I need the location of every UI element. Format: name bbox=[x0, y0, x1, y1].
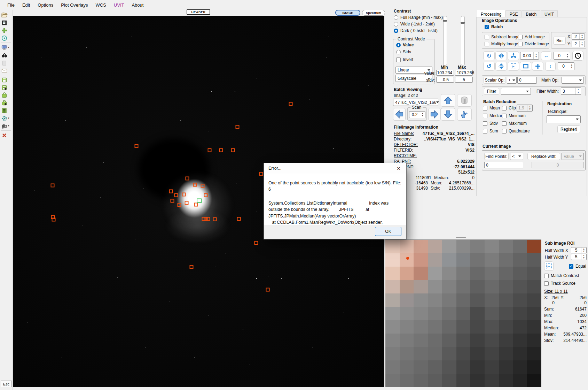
stdv-min-field[interactable]: -0.5 bbox=[436, 77, 454, 83]
image-window-icon[interactable] bbox=[0, 19, 12, 26]
rectangle-select-button[interactable] bbox=[520, 62, 531, 71]
open-folder-icon[interactable] bbox=[0, 11, 12, 19]
comparator-select[interactable]: < bbox=[510, 153, 523, 160]
disc-clock-icon[interactable] bbox=[0, 34, 12, 42]
subtract-image-checkbox[interactable]: Subtract Image bbox=[485, 35, 519, 39]
close-icon[interactable]: ✕ bbox=[392, 164, 405, 173]
radio-wide[interactable]: Wide (-1std - 2std) bbox=[394, 22, 435, 26]
camera-machine-icon[interactable]: ▾ bbox=[0, 122, 12, 130]
header-button[interactable]: HEADER bbox=[187, 9, 210, 15]
menu-plot-overlays[interactable]: Plot Overlays bbox=[57, 1, 92, 9]
rotate-angle-stepper[interactable]: 0.00 bbox=[520, 52, 539, 60]
radio-stdv[interactable]: Stdv bbox=[396, 49, 411, 54]
timer-clock-button[interactable] bbox=[572, 51, 583, 61]
technique-select[interactable] bbox=[547, 115, 581, 123]
max-contrast-slider[interactable] bbox=[461, 16, 465, 66]
shift-x-arrows-button[interactable]: ↔ bbox=[541, 51, 551, 60]
filter-width-stepper[interactable]: 3 bbox=[561, 87, 581, 95]
value-min-field[interactable]: -103.234 bbox=[436, 70, 454, 76]
find-binoculars-icon[interactable] bbox=[0, 51, 12, 59]
open-envelope-icon[interactable] bbox=[0, 67, 12, 74]
tab-spectrum[interactable]: Spectrum bbox=[362, 10, 385, 16]
add-plus-icon[interactable] bbox=[0, 26, 12, 34]
replace-with-button[interactable]: Replace with: bbox=[527, 153, 560, 160]
crosshair-button[interactable] bbox=[532, 62, 543, 71]
menu-edit[interactable]: Edit bbox=[18, 1, 34, 9]
radio-full-range[interactable]: Full Range (min - max) bbox=[394, 15, 443, 20]
find-points-button[interactable]: Find Points: bbox=[484, 153, 509, 160]
shift-x-stepper[interactable]: 0 bbox=[554, 52, 570, 60]
shift-y-stepper[interactable]: 0 bbox=[558, 62, 574, 70]
display-monitor-icon[interactable]: ▾ bbox=[0, 44, 12, 51]
previous-image-button[interactable] bbox=[393, 108, 406, 121]
rotate-ccw-button[interactable]: ↺ bbox=[483, 62, 495, 71]
image-up-button[interactable] bbox=[441, 94, 455, 107]
flip-vertical-button[interactable] bbox=[495, 62, 507, 71]
rotate-angle-button[interactable] bbox=[508, 51, 519, 60]
error-dialog-titlebar[interactable]: Error... ✕ bbox=[264, 163, 406, 174]
find-value-field[interactable]: 0 bbox=[484, 162, 523, 168]
save-bag-as-icon[interactable] bbox=[0, 99, 12, 107]
add-image-checkbox[interactable]: Add Image bbox=[518, 35, 545, 39]
scalar-op-button[interactable]: Scalar Op: bbox=[484, 77, 506, 84]
sub-image-pixel-view[interactable] bbox=[385, 239, 541, 387]
filter-select[interactable] bbox=[501, 88, 531, 95]
gear-icon[interactable]: ▾ bbox=[0, 114, 12, 122]
roi-crop-button[interactable]: ✂ bbox=[544, 261, 554, 271]
next-image-button[interactable] bbox=[428, 108, 441, 121]
track-source-checkbox[interactable]: Track Source bbox=[544, 281, 575, 286]
shift-y-arrows-button[interactable]: ↕ bbox=[545, 62, 556, 71]
multiply-image-checkbox[interactable]: Multiply Image bbox=[485, 41, 518, 46]
clip-checkbox[interactable]: Clip bbox=[502, 106, 516, 110]
radio-dark[interactable]: Dark (-0.5std - 5std) bbox=[394, 28, 438, 33]
save-floppy-icon[interactable] bbox=[0, 76, 12, 84]
save-bag-icon[interactable] bbox=[0, 91, 12, 99]
stdv-max-field[interactable]: 5 bbox=[455, 77, 473, 83]
flip-horizontal-button[interactable] bbox=[495, 51, 507, 60]
delete-x-icon[interactable] bbox=[0, 131, 12, 139]
divide-image-checkbox[interactable]: Divide Image bbox=[518, 41, 549, 46]
ok-button[interactable]: OK bbox=[375, 227, 401, 236]
scalar-op-value-field[interactable]: 0 bbox=[517, 77, 537, 84]
sum-checkbox[interactable]: Sum bbox=[483, 129, 498, 133]
mean-checkbox[interactable]: Mean bbox=[483, 106, 500, 110]
value-max-field[interactable]: 1079.266 bbox=[455, 70, 473, 76]
menu-options[interactable]: Options bbox=[34, 1, 57, 9]
median-checkbox[interactable]: Median bbox=[483, 113, 503, 118]
image-down-button[interactable] bbox=[441, 108, 455, 121]
batch-checkbox[interactable]: Batch bbox=[485, 24, 503, 29]
splitter-handle[interactable] bbox=[456, 237, 466, 238]
equal-checkbox[interactable]: Equal bbox=[569, 264, 586, 269]
menu-about[interactable]: About bbox=[128, 1, 147, 9]
filter-button[interactable]: Filter bbox=[484, 88, 499, 95]
bin-x-stepper[interactable]: 2 bbox=[572, 33, 585, 40]
scan-stepper[interactable]: 0.2 bbox=[409, 111, 425, 118]
tab-image[interactable]: IMAGE bbox=[335, 10, 360, 16]
register-button[interactable]: Register! bbox=[557, 125, 580, 133]
menu-file[interactable]: File bbox=[3, 1, 18, 9]
delete-image-button[interactable] bbox=[457, 94, 472, 107]
rotate-cw-button[interactable]: ↻ bbox=[483, 51, 495, 60]
scalar-op-sign-select[interactable]: + bbox=[507, 77, 517, 84]
minimum-checkbox[interactable]: Minimum bbox=[502, 113, 526, 118]
half-width-y-label: Half Width Y bbox=[545, 255, 568, 260]
maximum-checkbox[interactable]: Maximum bbox=[502, 121, 527, 126]
bin-button[interactable]: Bin bbox=[553, 37, 566, 45]
invert-checkbox[interactable]: Invert bbox=[396, 57, 413, 62]
match-contrast-checkbox[interactable]: Match Contrast bbox=[544, 273, 579, 278]
bin-y-stepper[interactable]: 2 bbox=[572, 41, 585, 47]
film-strip-icon[interactable] bbox=[0, 107, 12, 114]
half-width-y-stepper[interactable]: 5 bbox=[571, 254, 587, 260]
half-width-x-stepper[interactable]: 5 bbox=[571, 247, 587, 253]
hand-pan-button[interactable] bbox=[457, 108, 472, 121]
crop-button[interactable]: ✂ bbox=[508, 62, 519, 71]
menu-uvit[interactable]: UVIT bbox=[110, 1, 128, 9]
stdv-checkbox[interactable]: Stdv bbox=[483, 121, 498, 126]
min-contrast-slider[interactable] bbox=[443, 16, 447, 66]
save-as-floppy-icon[interactable] bbox=[0, 84, 12, 91]
math-op-select[interactable] bbox=[562, 77, 584, 84]
quadrature-checkbox[interactable]: Quadrature bbox=[502, 129, 530, 133]
left-toolbar: ▾ ▾ ▾ bbox=[0, 10, 13, 390]
menu-wcs[interactable]: WCS bbox=[92, 1, 110, 9]
radio-value[interactable]: Value bbox=[396, 43, 414, 47]
